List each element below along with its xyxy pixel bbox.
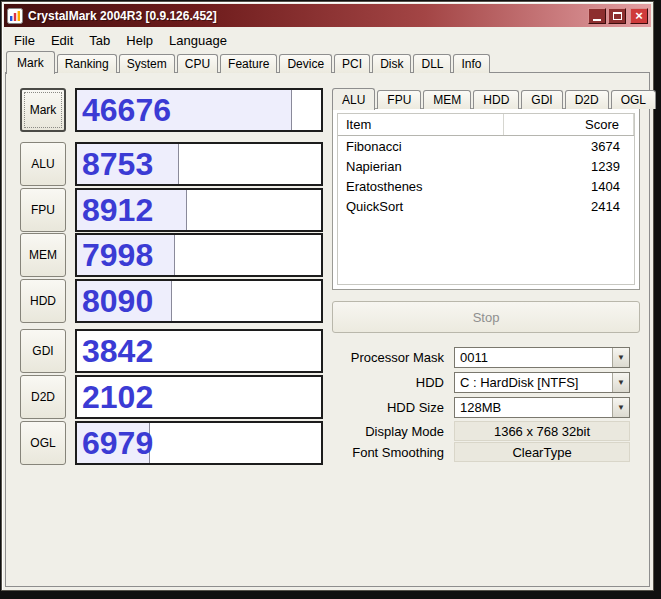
cell-item: QuickSort: [338, 199, 504, 214]
score-row-alu: 8753: [75, 142, 323, 186]
menu-tab[interactable]: Tab: [81, 31, 118, 50]
window-controls: ×: [588, 8, 648, 24]
cell-score: 2414: [504, 199, 634, 214]
cell-score: 3674: [504, 139, 634, 154]
tab-system[interactable]: System: [119, 54, 175, 73]
bench-button-gdi[interactable]: GDI: [20, 329, 66, 373]
subtab-d2d[interactable]: D2D: [565, 90, 609, 109]
cell-score: 1239: [504, 159, 634, 174]
bench-button-hdd[interactable]: HDD: [20, 279, 66, 323]
minimize-button[interactable]: [588, 8, 606, 24]
column-header-score[interactable]: Score: [504, 114, 634, 135]
score-value-gdi: 3842: [82, 331, 153, 371]
title-bar[interactable]: CrystalMark 2004R3 [0.9.126.452] ×: [4, 4, 651, 27]
label-processor-mask: Processor Mask: [332, 347, 450, 368]
table-row: Napierian 1239: [338, 156, 634, 176]
chevron-down-icon[interactable]: ▼: [612, 373, 629, 392]
tab-ranking[interactable]: Ranking: [57, 54, 117, 73]
score-value-mem: 7998: [82, 235, 153, 275]
menu-file[interactable]: File: [6, 31, 43, 50]
maximize-icon: [613, 12, 622, 20]
score-value-hdd: 8090: [82, 281, 153, 321]
score-row-mark: 46676: [75, 88, 323, 132]
score-value-fpu: 8912: [82, 190, 153, 230]
score-row-gdi: 3842: [75, 329, 323, 373]
cell-score: 1404: [504, 179, 634, 194]
chevron-down-icon[interactable]: ▼: [612, 348, 629, 367]
score-row-ogl: 6979: [75, 421, 323, 465]
label-font-smoothing: Font Smoothing: [332, 442, 450, 463]
display-mode-value: 1366 x 768 32bit: [454, 421, 630, 441]
window-title: CrystalMark 2004R3 [0.9.126.452]: [28, 9, 588, 23]
app-window: CrystalMark 2004R3 [0.9.126.452] × File …: [1, 1, 654, 591]
tab-disk[interactable]: Disk: [372, 54, 411, 73]
cell-item: Napierian: [338, 159, 504, 174]
stop-button[interactable]: Stop: [332, 301, 640, 333]
score-row-d2d: 2102: [75, 375, 323, 419]
detail-tab-strip: ALU FPU MEM HDD GDI D2D OGL: [332, 87, 640, 109]
tab-dll[interactable]: DLL: [413, 54, 451, 73]
subtab-fpu[interactable]: FPU: [377, 90, 421, 109]
processor-mask-value: 0011: [455, 348, 612, 367]
subtab-alu[interactable]: ALU: [332, 88, 375, 110]
subtab-gdi[interactable]: GDI: [521, 90, 562, 109]
menu-help[interactable]: Help: [118, 31, 161, 50]
app-icon: [7, 8, 23, 24]
label-hdd: HDD: [332, 372, 450, 393]
close-button[interactable]: ×: [630, 8, 648, 24]
table-row: Fibonacci 3674: [338, 136, 634, 156]
main-tab-strip: Mark Ranking System CPU Feature Device P…: [6, 51, 645, 73]
score-row-mem: 7998: [75, 233, 323, 277]
subtab-mem[interactable]: MEM: [423, 90, 471, 109]
table-row: QuickSort 2414: [338, 196, 634, 216]
tab-feature[interactable]: Feature: [220, 54, 277, 73]
label-display-mode: Display Mode: [332, 421, 450, 442]
hdd-value: C : HardDisk [NTFS]: [455, 373, 612, 392]
maximize-button[interactable]: [608, 8, 626, 24]
subtab-hdd[interactable]: HDD: [473, 90, 519, 109]
bench-button-mem[interactable]: MEM: [20, 233, 66, 277]
hdd-combobox[interactable]: C : HardDisk [NTFS] ▼: [454, 372, 630, 393]
table-row: Eratosthenes 1404: [338, 176, 634, 196]
tab-device[interactable]: Device: [279, 54, 332, 73]
score-value-ogl: 6979: [82, 423, 153, 463]
cell-item: Fibonacci: [338, 139, 504, 154]
tab-pci[interactable]: PCI: [334, 54, 370, 73]
label-hdd-size: HDD Size: [332, 397, 450, 418]
tab-info[interactable]: Info: [453, 54, 489, 73]
menu-language[interactable]: Language: [161, 31, 235, 50]
bench-button-ogl[interactable]: OGL: [20, 421, 66, 465]
minimize-icon: [593, 19, 601, 21]
table-header: Item Score: [338, 114, 634, 136]
tab-cpu[interactable]: CPU: [177, 54, 218, 73]
font-smoothing-value: ClearType: [454, 442, 630, 462]
chevron-down-icon[interactable]: ▼: [612, 398, 629, 417]
cell-item: Eratosthenes: [338, 179, 504, 194]
column-header-item[interactable]: Item: [338, 114, 504, 135]
menu-bar: File Edit Tab Help Language: [6, 30, 649, 50]
score-value-alu: 8753: [82, 144, 153, 184]
detail-panel: Item Score Fibonacci 3674 Napierian 1239…: [332, 108, 640, 290]
score-value-d2d: 2102: [82, 377, 153, 417]
subtab-ogl[interactable]: OGL: [611, 90, 656, 109]
bench-button-fpu[interactable]: FPU: [20, 188, 66, 232]
bench-button-d2d[interactable]: D2D: [20, 375, 66, 419]
result-table: Item Score Fibonacci 3674 Napierian 1239…: [337, 113, 635, 285]
hdd-size-combobox[interactable]: 128MB ▼: [454, 397, 630, 418]
processor-mask-combobox[interactable]: 0011 ▼: [454, 347, 630, 368]
menu-edit[interactable]: Edit: [43, 31, 81, 50]
score-row-hdd: 8090: [75, 279, 323, 323]
score-row-fpu: 8912: [75, 188, 323, 232]
tab-mark[interactable]: Mark: [6, 51, 55, 74]
bench-button-alu[interactable]: ALU: [20, 142, 66, 186]
score-value-mark: 46676: [82, 90, 171, 130]
bench-button-mark[interactable]: Mark: [20, 88, 66, 132]
hdd-size-value: 128MB: [455, 398, 612, 417]
